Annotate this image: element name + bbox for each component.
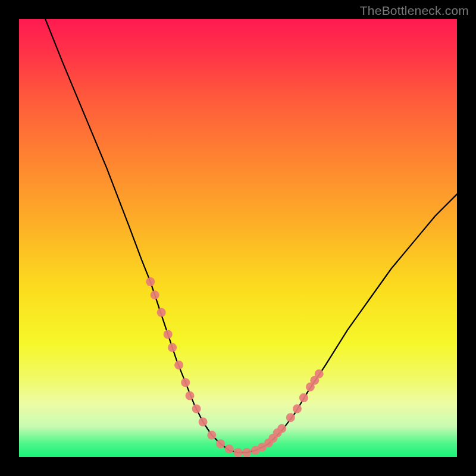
watermark-text: TheBottleneck.com xyxy=(360,4,469,18)
highlight-dots xyxy=(146,277,323,457)
highlight-dot xyxy=(277,424,286,433)
highlight-dot xyxy=(286,413,295,422)
highlight-dot xyxy=(186,392,195,400)
highlight-dot xyxy=(151,290,159,299)
highlight-dot xyxy=(157,308,166,317)
chart-frame: TheBottleneck.com xyxy=(0,0,476,476)
curve-svg xyxy=(19,19,457,457)
highlight-dot xyxy=(299,393,308,402)
highlight-dot xyxy=(234,448,243,457)
highlight-dot xyxy=(146,277,155,286)
plot-area xyxy=(19,19,457,457)
highlight-dot xyxy=(174,361,183,369)
highlight-dot xyxy=(168,343,177,352)
highlight-dot xyxy=(225,444,234,453)
highlight-dot xyxy=(192,405,201,414)
highlight-dot xyxy=(199,418,208,427)
highlight-dot xyxy=(216,439,225,448)
highlight-dot xyxy=(315,369,324,378)
highlight-dot xyxy=(293,405,302,414)
highlight-dot xyxy=(207,431,216,440)
highlight-dot xyxy=(181,378,190,387)
bottleneck-curve xyxy=(45,19,457,453)
highlight-dot xyxy=(242,448,251,457)
highlight-dot xyxy=(164,330,173,339)
